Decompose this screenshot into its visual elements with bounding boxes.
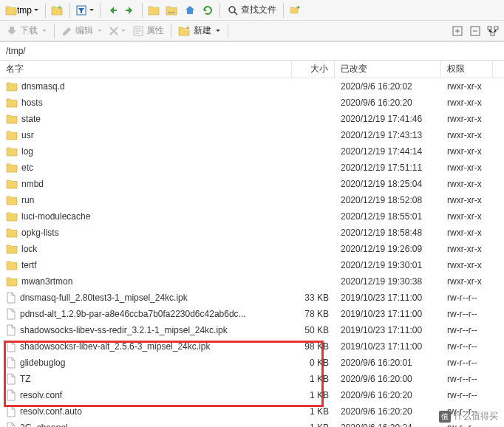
list-item[interactable]: resolv.conf1 KB2020/9/6 16:20:20rw-r--r-… xyxy=(0,387,504,403)
item-size xyxy=(292,134,335,137)
sync-button[interactable] xyxy=(287,2,304,18)
column-size[interactable]: 大小 xyxy=(292,61,335,78)
item-size xyxy=(292,280,335,283)
separator xyxy=(100,3,101,18)
item-name: state xyxy=(21,114,41,124)
properties-button[interactable]: 属性 xyxy=(129,23,167,39)
item-size xyxy=(292,101,335,104)
item-name: pdnsd-alt_1.2.9b-par-a8e46ccba7b0fa2230d… xyxy=(20,309,246,319)
list-item[interactable]: resolv.conf.auto1 KB2020/9/6 16:20:20rw-… xyxy=(0,403,504,420)
dir-selector-label: tmp xyxy=(17,5,32,16)
folder-icon xyxy=(6,260,18,270)
list-item[interactable]: lock2020/12/19 19:26:09rwxr-xr-x xyxy=(0,241,504,257)
pencil-icon xyxy=(61,25,73,37)
filter-button[interactable] xyxy=(74,2,96,18)
dir-selector[interactable]: tmp xyxy=(3,2,41,18)
item-perm: rwxr-xr-x xyxy=(441,161,493,174)
file-icon xyxy=(6,308,16,320)
delete-button[interactable] xyxy=(107,23,128,39)
list-item[interactable]: etc2020/12/19 17:51:11rwxr-xr-x xyxy=(0,160,504,176)
folder-icon xyxy=(6,163,18,173)
home-button[interactable] xyxy=(182,2,198,18)
item-name: resolv.conf xyxy=(20,390,62,400)
item-perm: rwxr-xr-x xyxy=(441,145,493,158)
chevron-down-icon xyxy=(97,28,103,34)
column-date[interactable]: 已改变 xyxy=(335,61,441,78)
folder-icon xyxy=(6,179,18,189)
separator xyxy=(142,3,143,18)
download-label: 下载 xyxy=(20,24,38,37)
folder-open-button[interactable] xyxy=(50,2,66,18)
item-perm: rw-r--r-- xyxy=(441,340,493,353)
refresh-button[interactable] xyxy=(200,2,216,18)
folder-up-icon xyxy=(148,4,161,16)
separator xyxy=(219,3,220,18)
list-item[interactable]: TZ1 KB2020/9/6 16:20:00rw-r--r-- xyxy=(0,371,504,387)
file-icon xyxy=(6,406,16,417)
list-item[interactable]: opkg-lists2020/12/19 18:58:48rwxr-xr-x xyxy=(0,225,504,241)
item-date: 2020/12/19 18:25:04 xyxy=(335,177,441,191)
forward-button[interactable] xyxy=(122,2,138,18)
item-date: 2020/12/19 17:41:46 xyxy=(335,112,441,126)
list-item[interactable]: glidebuglog0 KB2020/9/6 16:20:01rw-r--r-… xyxy=(0,355,504,371)
new-label: 新建 xyxy=(194,24,211,37)
folder-icon xyxy=(5,5,17,16)
item-name: mwan3rtmon xyxy=(21,276,72,287)
item-perm: rwxr-xr-x xyxy=(441,177,493,191)
item-perm: rwxr-xr-x xyxy=(441,129,493,142)
list-item[interactable]: mwan3rtmon2020/12/19 19:30:38rwxr-xr-x xyxy=(0,273,504,290)
list-item[interactable]: usr2020/12/19 17:43:13rwxr-xr-x xyxy=(0,127,504,143)
list-item[interactable]: dnsmasq.d2020/9/6 16:20:02rwxr-xr-x xyxy=(0,78,504,95)
list-item[interactable]: dnsmasq-full_2.80test3-1_mipsel_24kc.ipk… xyxy=(0,290,504,306)
search-button[interactable]: 查找文件 xyxy=(224,2,279,18)
list-item[interactable]: pdnsd-alt_1.2.9b-par-a8e46ccba7b0fa2230d… xyxy=(0,306,504,322)
new-folder-icon xyxy=(178,25,191,37)
item-date: 2020/9/6 16:20:20 xyxy=(335,96,441,109)
list-item[interactable]: nmbd2020/12/19 18:25:04rwxr-xr-x xyxy=(0,176,504,192)
item-name: glidebuglog xyxy=(20,358,65,368)
parent-dir-button[interactable] xyxy=(146,2,163,18)
chevron-down-icon xyxy=(120,28,126,34)
item-size xyxy=(292,150,335,153)
list-item[interactable]: 2G_channel1 KB2020/9/6 16:20:24rw-r--r-- xyxy=(0,420,504,427)
item-size: 50 KB xyxy=(292,324,335,337)
item-name: 2G_channel xyxy=(20,423,68,427)
item-name: shadowsocks-libev-ss-redir_3.2.1-1_mipse… xyxy=(20,325,228,335)
folder-icon xyxy=(6,228,18,238)
list-item[interactable]: log2020/12/19 17:44:14rwxr-xr-x xyxy=(0,143,504,160)
item-name: dnsmasq.d xyxy=(21,81,65,92)
file-icon xyxy=(6,292,16,304)
edit-button[interactable]: 编辑 xyxy=(58,23,106,39)
separator xyxy=(228,24,228,38)
list-item[interactable]: shadowsocks-libev-ss-redir_3.2.1-1_mipse… xyxy=(0,322,504,338)
item-name: hosts xyxy=(21,98,43,108)
root-dir-button[interactable] xyxy=(164,2,180,18)
item-perm: rwxr-xr-x xyxy=(441,226,493,239)
list-item[interactable]: shadowsocksr-libev-alt_2.5.6-3_mipsel_24… xyxy=(0,338,504,355)
collapse-button[interactable] xyxy=(467,23,483,39)
download-icon xyxy=(6,25,18,37)
new-button[interactable]: 新建 xyxy=(175,23,224,39)
column-name[interactable]: 名字 xyxy=(0,61,292,78)
item-date: 2019/10/23 17:11:00 xyxy=(335,307,441,321)
list-item[interactable]: run2020/12/19 18:52:08rwxr-xr-x xyxy=(0,192,504,208)
expand-button[interactable] xyxy=(449,23,466,39)
folder-icon xyxy=(6,211,18,222)
list-item[interactable]: state2020/12/19 17:41:46rwxr-xr-x xyxy=(0,111,504,127)
tree-button[interactable] xyxy=(485,23,501,39)
folder-icon xyxy=(6,130,18,140)
item-name: luci-modulecache xyxy=(21,211,90,222)
item-date: 2020/9/6 16:20:20 xyxy=(335,389,441,402)
list-item[interactable]: hosts2020/9/6 16:20:20rwxr-xr-x xyxy=(0,95,504,111)
download-button[interactable]: 下载 xyxy=(3,23,50,39)
path-bar[interactable]: /tmp/ xyxy=(0,41,504,61)
list-item[interactable]: luci-modulecache2020/12/19 18:55:01rwxr-… xyxy=(0,208,504,225)
item-size: 1 KB xyxy=(292,421,335,427)
back-button[interactable] xyxy=(104,2,120,18)
item-size: 98 KB xyxy=(292,340,335,353)
list-item[interactable]: tertf2020/12/19 19:30:01rwxr-xr-x xyxy=(0,257,504,273)
item-date: 2020/12/19 18:58:48 xyxy=(335,226,441,239)
item-date: 2020/12/19 17:44:14 xyxy=(335,145,441,158)
column-perm[interactable]: 权限 xyxy=(441,61,493,78)
separator xyxy=(171,24,171,38)
